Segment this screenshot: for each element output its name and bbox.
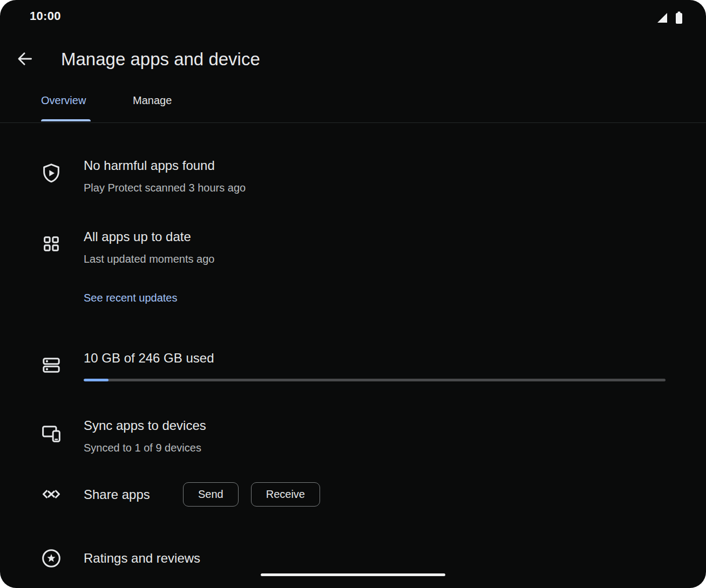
status-bar-icons bbox=[656, 11, 684, 27]
tabs-divider bbox=[0, 122, 706, 123]
see-recent-updates-link[interactable]: See recent updates bbox=[84, 290, 177, 305]
tab-overview[interactable]: Overview bbox=[41, 92, 86, 109]
ratings-title: Ratings and reviews bbox=[84, 550, 200, 567]
storage-drive-icon bbox=[39, 353, 63, 377]
storage-progress-bar bbox=[84, 379, 666, 381]
play-protect-shield-icon bbox=[39, 161, 63, 185]
devices-sync-icon bbox=[39, 421, 63, 445]
sync-subtitle: Synced to 1 of 9 devices bbox=[84, 440, 201, 455]
updates-title: All apps up to date bbox=[84, 228, 191, 245]
receive-button[interactable]: Receive bbox=[251, 482, 320, 507]
battery-icon bbox=[674, 11, 684, 27]
back-button[interactable] bbox=[14, 49, 36, 70]
sync-title: Sync apps to devices bbox=[84, 417, 206, 434]
play-protect-title: No harmful apps found bbox=[84, 157, 215, 174]
storage-title: 10 GB of 246 GB used bbox=[84, 350, 214, 367]
active-tab-indicator bbox=[41, 119, 91, 121]
play-protect-subtitle: Play Protect scanned 3 hours ago bbox=[84, 180, 246, 195]
star-circle-icon bbox=[39, 546, 63, 570]
apps-grid-icon bbox=[39, 232, 63, 256]
updates-subtitle: Last updated moments ago bbox=[84, 251, 214, 266]
share-apps-title: Share apps bbox=[84, 486, 150, 503]
storage-progress-fill bbox=[84, 379, 108, 381]
share-apps-actions: Send Receive bbox=[183, 482, 320, 507]
signal-icon bbox=[656, 11, 669, 26]
manage-apps-screen: 10:00 Manage apps and device Overview Ma… bbox=[0, 0, 706, 588]
share-swap-arrows-icon bbox=[39, 482, 63, 506]
send-button[interactable]: Send bbox=[183, 482, 239, 507]
gesture-navigation-handle[interactable] bbox=[261, 573, 445, 576]
tab-manage[interactable]: Manage bbox=[133, 92, 172, 109]
status-bar-time: 10:00 bbox=[30, 9, 61, 23]
page-title: Manage apps and device bbox=[61, 47, 260, 71]
arrow-left-icon bbox=[16, 50, 34, 70]
